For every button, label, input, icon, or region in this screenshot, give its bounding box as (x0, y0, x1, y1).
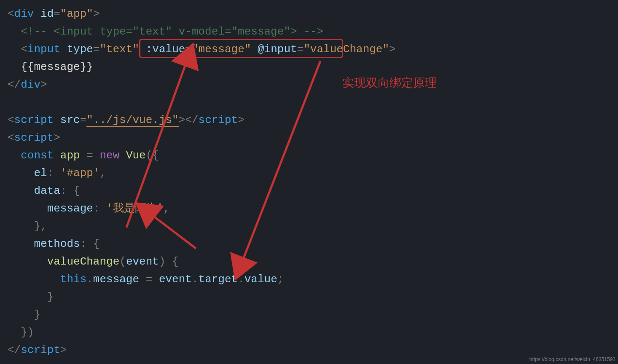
code-token: const (21, 149, 54, 162)
code-token (67, 185, 73, 197)
code-token (139, 273, 146, 286)
code-token: "text" (99, 43, 139, 56)
code-token: , (99, 167, 106, 179)
code-token: = (297, 43, 304, 56)
code-token (34, 8, 40, 20)
code-editor: <div id="app"> <!-- <input type="text" v… (0, 0, 618, 364)
code-token: > (40, 78, 47, 91)
code-token: value (245, 273, 277, 286)
code-token: message (93, 273, 139, 286)
code-token (139, 43, 146, 56)
code-token: event (126, 255, 159, 268)
code-token (54, 167, 60, 179)
code-token: div (21, 78, 40, 91)
code-token (60, 43, 67, 56)
code-token: src (60, 114, 80, 126)
code-token: > (60, 344, 67, 356)
code-token: message (47, 202, 93, 215)
code-token: : (80, 238, 87, 250)
code-token: ; (277, 273, 284, 286)
code-token: "valueChange" (304, 43, 389, 56)
code-token (99, 202, 106, 215)
code-token: = (146, 273, 153, 286)
code-token: < (8, 131, 14, 144)
code-token: } (34, 308, 40, 321)
code-token: } (47, 291, 54, 303)
code-token: , (163, 202, 170, 215)
code-token: { (73, 185, 80, 197)
code-token: . (86, 273, 93, 286)
code-token: type (67, 43, 93, 56)
code-token: </ (8, 344, 21, 356)
code-token: = (86, 149, 93, 162)
code-token (251, 43, 258, 56)
code-token: app (60, 149, 80, 162)
code-token: Vue (126, 149, 146, 162)
code-token: new (99, 149, 119, 162)
code-token: . (192, 273, 199, 286)
code-token (119, 149, 126, 162)
code-token: el (34, 167, 47, 179)
code-token: > (389, 43, 396, 56)
code-token: script (21, 344, 60, 356)
code-token: < (8, 114, 14, 126)
code-token: "app" (60, 8, 93, 20)
code-token: < (21, 43, 27, 56)
code-token: <!-- <input type="text" v-model="message… (21, 25, 323, 38)
code-token (152, 273, 159, 286)
code-token: ) (159, 255, 166, 268)
code-token: : (47, 167, 54, 179)
code-token: > (93, 8, 100, 20)
code-token (54, 149, 60, 162)
code-token: valueChange (47, 255, 120, 268)
code-token: div (14, 8, 34, 20)
code-token: methods (34, 238, 80, 250)
code-token: '我是阿牛' (106, 202, 163, 215)
code-token (166, 255, 172, 268)
code-token: </ (8, 78, 21, 91)
code-token: > (54, 131, 60, 144)
code-token: }) (21, 326, 34, 339)
code-token: @input (258, 43, 297, 56)
code-token: > (238, 114, 245, 126)
code-token: event (159, 273, 192, 286)
code-token: ( (119, 255, 126, 268)
code-token: "../js/vue.js" (86, 114, 178, 127)
code-token: { (172, 255, 179, 268)
code-token: script (199, 114, 238, 126)
code-token: :value (146, 43, 185, 56)
code-token: ({ (146, 149, 159, 162)
code-token: {{message}} (21, 61, 93, 73)
code-token: . (238, 273, 245, 286)
code-token: > (179, 114, 185, 126)
code-token: : (93, 202, 100, 215)
code-token: script (14, 131, 54, 144)
code-token: = (93, 43, 100, 56)
code-token (86, 238, 93, 250)
code-token: : (60, 185, 67, 197)
code-token (80, 149, 87, 162)
code-token: target (199, 273, 238, 286)
code-token: id (40, 8, 54, 20)
code-token (93, 149, 100, 162)
code-token: }, (34, 220, 47, 233)
code-token: = (80, 114, 87, 126)
code-token: this (60, 273, 86, 286)
code-token: data (34, 185, 60, 197)
code-token: script (14, 114, 54, 126)
code-token: = (54, 8, 60, 20)
code-token: input (27, 43, 60, 56)
code-token: { (93, 238, 100, 250)
code-token: '#app' (60, 167, 100, 179)
code-token: < (8, 8, 14, 20)
code-token: </ (185, 114, 198, 126)
code-token: "message" (192, 43, 251, 56)
code-token: = (185, 43, 192, 56)
code-token (54, 114, 60, 126)
